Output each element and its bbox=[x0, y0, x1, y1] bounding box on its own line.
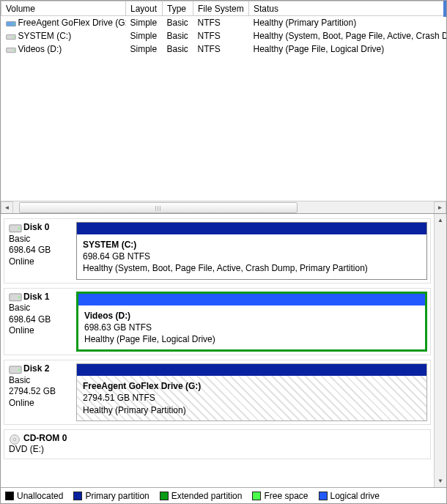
legend-label: Unallocated bbox=[17, 491, 63, 501]
col-layout[interactable]: Layout bbox=[126, 1, 163, 16]
svg-point-11 bbox=[18, 369, 20, 371]
partition-status: Healthy (Primary Partition) bbox=[83, 404, 421, 416]
disk-type: Basic bbox=[9, 234, 72, 245]
volume-status: Healthy (Primary Partition) bbox=[249, 16, 446, 29]
legend-extended: Extended partition bbox=[160, 491, 243, 501]
volume-name: SYSTEM (C:) bbox=[18, 31, 72, 41]
partition-name: Videos (D:) bbox=[84, 310, 419, 322]
scrollbar-track[interactable]: ||| bbox=[13, 202, 434, 213]
swatch-unallocated bbox=[5, 492, 14, 500]
disk-partitions: FreeAgent GoFlex Drive (G:)2794.51 GB NT… bbox=[76, 360, 430, 424]
svg-point-5 bbox=[13, 50, 15, 51]
partition[interactable]: SYSTEM (C:)698.64 GB NTFSHealthy (System… bbox=[76, 222, 427, 280]
disk-label: Disk 2Basic2794.52 GBOnline bbox=[4, 360, 76, 424]
disk-type: Basic bbox=[9, 375, 72, 387]
disk-id: Disk 2 bbox=[23, 363, 49, 374]
disk-id: CD-ROM 0 bbox=[23, 433, 67, 443]
col-volume[interactable]: Volume bbox=[1, 1, 126, 16]
disk-label: Disk 0Basic698.64 GBOnline bbox=[4, 219, 76, 283]
volume-fs: NTFS bbox=[193, 42, 249, 56]
volume-layout: Simple bbox=[126, 29, 163, 42]
disk-id: Disk 1 bbox=[23, 292, 49, 302]
volume-row[interactable]: SYSTEM (C:)SimpleBasicNTFSHealthy (Syste… bbox=[1, 29, 446, 42]
partition-size: 698.64 GB NTFS bbox=[83, 251, 421, 262]
svg-point-9 bbox=[18, 297, 20, 298]
disk-icon bbox=[9, 364, 22, 374]
partition[interactable]: FreeAgent GoFlex Drive (G:)2794.51 GB NT… bbox=[76, 363, 427, 421]
legend-unallocated: Unallocated bbox=[5, 491, 63, 501]
disk-type: Basic bbox=[9, 303, 72, 314]
legend-logical: Logical drive bbox=[319, 491, 380, 501]
swatch-free bbox=[252, 492, 261, 500]
swatch-primary bbox=[73, 492, 82, 500]
disk-icon bbox=[9, 223, 22, 233]
disk-row[interactable]: CD-ROM 0DVD (E:) bbox=[4, 429, 431, 459]
disk-icon bbox=[9, 292, 22, 302]
legend-label: Logical drive bbox=[330, 491, 380, 501]
volume-status: Healthy (System, Boot, Page File, Active… bbox=[249, 29, 446, 42]
disk-row[interactable]: Disk 0Basic698.64 GBOnlineSYSTEM (C:)698… bbox=[4, 218, 431, 284]
disk-state: Online bbox=[9, 325, 72, 337]
legend-free: Free space bbox=[252, 491, 308, 501]
drive-icon bbox=[6, 19, 16, 27]
horizontal-scrollbar[interactable]: ◄ ||| ► bbox=[1, 201, 446, 213]
partition-color-bar bbox=[78, 294, 425, 305]
disk-size: 698.64 GB bbox=[9, 314, 72, 326]
disk-state: Online bbox=[9, 398, 72, 410]
volume-row[interactable]: FreeAgent GoFlex Drive (G:)SimpleBasicNT… bbox=[1, 16, 446, 29]
disk-size: 2794.52 GB bbox=[9, 386, 72, 398]
volume-fs: NTFS bbox=[193, 29, 249, 42]
disk-size: 698.64 GB bbox=[9, 245, 72, 256]
col-status[interactable]: Status bbox=[249, 1, 446, 16]
swatch-logical bbox=[319, 492, 328, 500]
scroll-right-arrow-icon[interactable]: ► bbox=[434, 201, 446, 214]
drive-icon bbox=[6, 32, 16, 40]
volume-table[interactable]: Volume Layout Type File System Status Fr… bbox=[1, 1, 446, 56]
disk-row[interactable]: Disk 1Basic698.64 GBOnlineVideos (D:)698… bbox=[4, 288, 431, 356]
disk-type: DVD (E:) bbox=[9, 444, 72, 456]
disk-partitions: SYSTEM (C:)698.64 GB NTFSHealthy (System… bbox=[76, 219, 430, 283]
scroll-up-arrow-icon[interactable]: ▲ bbox=[435, 214, 446, 226]
disk-row[interactable]: Disk 2Basic2794.52 GBOnlineFreeAgent GoF… bbox=[4, 360, 431, 425]
svg-point-3 bbox=[13, 37, 15, 38]
legend-primary: Primary partition bbox=[73, 491, 149, 501]
partition-size: 2794.51 GB NTFS bbox=[83, 392, 421, 404]
disk-state: Online bbox=[9, 256, 72, 268]
col-type[interactable]: Type bbox=[163, 1, 193, 16]
partition[interactable]: Videos (D:)698.63 GB NTFSHealthy (Page F… bbox=[76, 292, 427, 352]
volume-name: FreeAgent GoFlex Drive (G:) bbox=[18, 18, 126, 28]
partition-status: Healthy (Page File, Logical Drive) bbox=[84, 333, 419, 345]
partition-color-bar bbox=[77, 364, 426, 376]
partition-size: 698.63 GB NTFS bbox=[84, 322, 419, 333]
scroll-down-arrow-icon[interactable]: ▼ bbox=[435, 475, 446, 487]
svg-point-13 bbox=[13, 438, 15, 440]
volume-type: Basic bbox=[163, 16, 193, 29]
cd-icon bbox=[9, 434, 22, 444]
disk-graphical-pane: Disk 0Basic698.64 GBOnlineSYSTEM (C:)698… bbox=[1, 213, 446, 487]
disk-label: Disk 1Basic698.64 GBOnline bbox=[4, 289, 76, 355]
legend-label: Free space bbox=[264, 491, 308, 501]
drive-icon bbox=[6, 45, 16, 53]
disk-label: CD-ROM 0DVD (E:) bbox=[4, 430, 76, 459]
volume-status: Healthy (Page File, Logical Drive) bbox=[249, 42, 446, 56]
partition-name: FreeAgent GoFlex Drive (G:) bbox=[83, 380, 421, 392]
scrollbar-thumb[interactable]: ||| bbox=[19, 202, 298, 213]
scroll-left-arrow-icon[interactable]: ◄ bbox=[1, 201, 13, 214]
vertical-scrollbar[interactable]: ▲ ▼ bbox=[434, 214, 446, 487]
svg-point-1 bbox=[13, 23, 15, 25]
volume-layout: Simple bbox=[126, 42, 163, 56]
disk-partitions: Videos (D:)698.63 GB NTFSHealthy (Page F… bbox=[76, 289, 430, 355]
volume-layout: Simple bbox=[126, 16, 163, 29]
partition-name: SYSTEM (C:) bbox=[83, 239, 421, 251]
disk-id: Disk 0 bbox=[23, 222, 49, 232]
swatch-extended bbox=[160, 492, 169, 500]
legend-label: Primary partition bbox=[85, 491, 149, 501]
col-filesystem[interactable]: File System bbox=[193, 1, 249, 16]
volume-fs: NTFS bbox=[193, 16, 249, 29]
disk-partitions bbox=[76, 430, 430, 459]
volume-name: Videos (D:) bbox=[18, 44, 62, 54]
volume-row[interactable]: Videos (D:)SimpleBasicNTFSHealthy (Page … bbox=[1, 42, 446, 56]
volume-list-pane: Volume Layout Type File System Status Fr… bbox=[1, 1, 446, 213]
partition-color-bar bbox=[77, 223, 426, 234]
legend-bar: Unallocated Primary partition Extended p… bbox=[1, 487, 446, 503]
